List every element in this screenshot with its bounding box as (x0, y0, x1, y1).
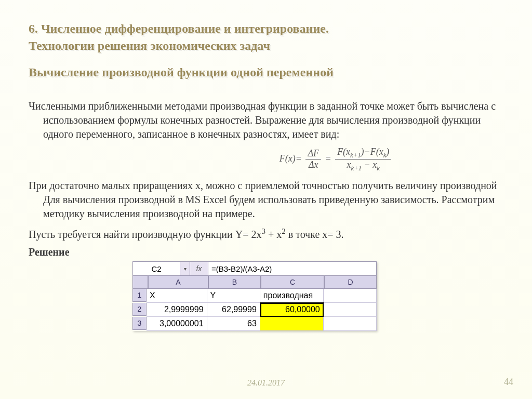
footer-date: 24.01.2017 (0, 378, 532, 388)
slide-title: 6. Численное дифференцирование и интегри… (29, 21, 509, 81)
cell-B1[interactable]: Y (207, 289, 260, 303)
col-header-C[interactable]: C (261, 276, 324, 289)
cell-A3[interactable]: 3,00000001 (147, 317, 207, 331)
formula-num1: ΔF (305, 148, 321, 159)
excel-formula-bar[interactable]: =(B3-B2)/(A3-A2) (208, 262, 376, 275)
paragraph-3: Пусть требуется найти производную функци… (29, 226, 509, 242)
cell-D2[interactable] (324, 303, 377, 317)
footer-page-number: 44 (504, 377, 513, 388)
fx-icon[interactable]: fx (190, 262, 208, 275)
cell-D1[interactable] (324, 289, 377, 303)
excel-name-box[interactable]: C2 (133, 262, 180, 275)
cell-C1[interactable]: производная (260, 289, 324, 303)
paragraph-2: При достаточно малых приращениях x, можн… (29, 179, 509, 221)
formula-den1: Δx (305, 159, 321, 170)
paragraph-1: Численными приближенными методами произв… (29, 99, 509, 141)
title-line-1: 6. Численное дифференцирование и интегри… (29, 21, 509, 37)
formula-eq: = (325, 153, 331, 164)
cell-A2[interactable]: 2,9999999 (147, 303, 207, 317)
cell-C3[interactable] (260, 317, 324, 331)
title-subtitle: Вычисление производной функции одной пер… (29, 64, 509, 81)
cell-A1[interactable]: X (147, 289, 207, 303)
row-header-2[interactable]: 2 (132, 303, 147, 316)
col-header-A[interactable]: A (148, 276, 209, 289)
title-line-2: Технологии решения экономических задач (29, 38, 509, 54)
row-header-1[interactable]: 1 (132, 289, 147, 302)
namebox-dropdown-icon[interactable]: ▾ (180, 262, 190, 275)
cell-C2-selected[interactable]: 60,00000 (260, 303, 324, 317)
formula-num2: F(xk+1)−F(xk) (335, 147, 391, 160)
cell-B2[interactable]: 62,99999 (207, 303, 260, 317)
solution-label: Решение (29, 246, 509, 258)
col-header-D[interactable]: D (324, 276, 377, 289)
col-header-B[interactable]: B (208, 276, 261, 289)
cell-D3[interactable] (324, 317, 377, 331)
cell-B3[interactable]: 63 (207, 317, 260, 331)
finite-difference-formula: F(x)= ΔF Δx = F(xk+1)−F(xk) xk+1 − xk (29, 147, 509, 172)
excel-screenshot: C2 ▾ fx =(B3-B2)/(A3-A2) A B C D 1 X Y п… (132, 261, 377, 331)
formula-den2: xk+1 − xk (335, 159, 391, 172)
row-header-3[interactable]: 3 (132, 317, 147, 330)
select-all-corner[interactable] (132, 276, 148, 289)
formula-lead: F(x)= (280, 153, 302, 164)
